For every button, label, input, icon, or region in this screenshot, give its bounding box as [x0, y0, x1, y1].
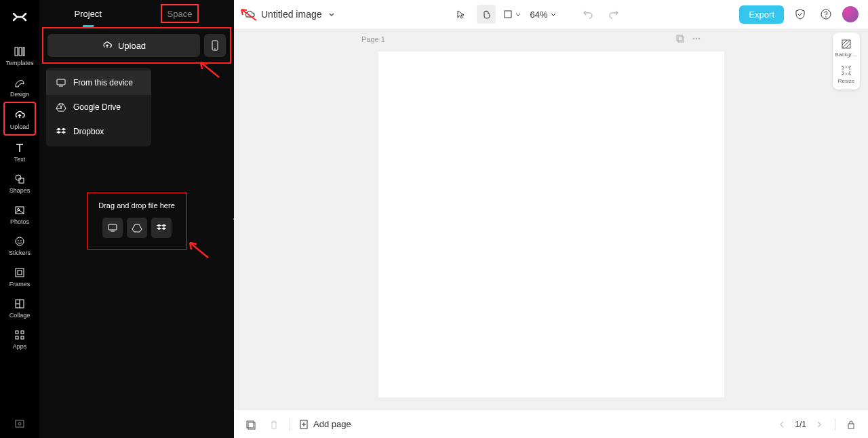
svg-rect-36	[848, 424, 854, 429]
canvas-page[interactable]	[378, 52, 724, 397]
nav-label: Frames	[9, 281, 31, 287]
cursor-tool-button[interactable]	[451, 5, 470, 24]
tab-space[interactable]: Space	[161, 4, 199, 23]
nav-label: Templates	[5, 60, 33, 66]
nav-label: Stickers	[9, 250, 31, 256]
apps-icon	[13, 328, 26, 342]
bottombar: Add page 1/1	[234, 410, 868, 438]
frames-icon	[13, 266, 26, 279]
annotation-arrow-icon	[184, 239, 212, 260]
svg-rect-27	[678, 37, 684, 42]
templates-icon	[13, 45, 26, 58]
menu-item-device[interactable]: From this device	[46, 71, 151, 95]
menu-item-gdrive[interactable]: Google Drive	[46, 95, 151, 119]
device-icon	[107, 223, 118, 233]
photos-icon	[13, 203, 26, 217]
duplicate-page-icon[interactable]	[675, 34, 685, 43]
svg-point-9	[20, 240, 22, 241]
nav-bottom-icon[interactable]	[14, 418, 26, 430]
nav-label: Shapes	[9, 187, 31, 194]
prev-page-button[interactable]	[774, 417, 789, 432]
svg-point-8	[18, 240, 19, 241]
svg-rect-32	[843, 67, 850, 74]
menu-label: Dropbox	[73, 127, 104, 136]
cloud-upload-icon	[102, 40, 113, 51]
canvas-size-dropdown[interactable]	[502, 9, 521, 20]
dropbox-icon	[156, 223, 167, 233]
svg-rect-0	[15, 47, 18, 56]
upload-source-menu: From this device Google Drive Dropbox	[46, 68, 151, 146]
nav-templates[interactable]: Templates	[3, 39, 36, 71]
svg-point-30	[698, 38, 700, 39]
svg-point-28	[693, 38, 694, 39]
upload-icon	[13, 108, 26, 122]
nav-design[interactable]: Design	[3, 71, 36, 102]
upload-label: Upload	[118, 41, 146, 51]
upload-button[interactable]: Upload	[47, 34, 200, 57]
rt-label: Backgr…	[835, 52, 858, 58]
upload-row: Upload	[42, 27, 231, 64]
drop-device-button[interactable]	[102, 218, 123, 238]
nav-label: Text	[14, 156, 26, 163]
main-area: Untitled image 64% Export Page 1	[234, 0, 868, 438]
drop-area[interactable]: Drag and drop file here	[87, 193, 187, 250]
next-page-button[interactable]	[812, 417, 827, 432]
nav-collage[interactable]: Collage	[3, 292, 36, 323]
shapes-icon	[13, 172, 26, 186]
user-avatar[interactable]	[842, 6, 859, 22]
menu-item-dropbox[interactable]: Dropbox	[46, 119, 151, 144]
undo-button[interactable]	[578, 5, 597, 24]
svg-rect-26	[677, 35, 682, 41]
nav-label: Upload	[10, 123, 30, 130]
pages-overview-button[interactable]	[243, 417, 258, 432]
svg-rect-16	[21, 336, 24, 339]
tab-project[interactable]: Project	[39, 0, 137, 27]
nav-shapes[interactable]: Shapes	[3, 167, 36, 198]
resize-tool[interactable]: Resize	[838, 64, 854, 84]
nav-stickers[interactable]: Stickers	[3, 229, 36, 260]
drop-gdrive-button[interactable]	[127, 218, 147, 238]
more-icon[interactable]	[692, 34, 701, 43]
menu-label: From this device	[73, 78, 133, 87]
nav-upload[interactable]: Upload	[3, 102, 36, 136]
background-tool[interactable]: Backgr…	[835, 38, 858, 58]
mobile-icon	[210, 39, 220, 52]
drop-text: Drag and drop file here	[93, 201, 181, 210]
upload-mobile-button[interactable]	[204, 34, 226, 57]
nav-text[interactable]: Text	[3, 136, 36, 167]
topbar: Untitled image 64% Export	[234, 0, 868, 28]
delete-page-button[interactable]	[267, 417, 281, 432]
app-logo[interactable]	[9, 7, 30, 27]
device-icon	[56, 77, 66, 88]
export-button[interactable]: Export	[739, 5, 784, 24]
right-tools: Backgr… Resize	[833, 33, 860, 89]
hand-tool-button[interactable]	[477, 5, 496, 24]
shield-button[interactable]	[791, 5, 810, 24]
side-panel: Project Space Upload From this device Go…	[39, 0, 234, 438]
nav-frames[interactable]: Frames	[3, 260, 36, 292]
cloud-icon	[243, 8, 256, 20]
page-counter: 1/1	[795, 420, 806, 429]
drop-dropbox-button[interactable]	[151, 218, 172, 238]
svg-rect-4	[19, 178, 24, 183]
dropbox-icon	[56, 126, 66, 137]
zoom-dropdown[interactable]: 64%	[528, 9, 557, 20]
svg-point-20	[214, 48, 216, 49]
svg-point-7	[16, 237, 24, 245]
svg-rect-11	[18, 271, 22, 275]
add-page-button[interactable]: Add page	[298, 419, 351, 430]
svg-point-3	[16, 175, 21, 180]
help-button[interactable]	[816, 5, 835, 24]
svg-rect-13	[16, 331, 18, 334]
lock-button[interactable]	[844, 417, 859, 432]
svg-rect-2	[23, 47, 24, 56]
nav-photos[interactable]: Photos	[3, 198, 36, 229]
page-label: Page 1	[361, 35, 385, 43]
nav-apps[interactable]: Apps	[3, 323, 36, 354]
canvas-viewport[interactable]: Page 1 Backgr… Resize	[234, 28, 868, 410]
redo-button[interactable]	[604, 5, 623, 24]
title-area[interactable]: Untitled image	[243, 8, 336, 20]
chevron-down-icon	[328, 10, 336, 18]
page-action-icons	[675, 34, 701, 43]
add-page-label: Add page	[313, 419, 351, 429]
